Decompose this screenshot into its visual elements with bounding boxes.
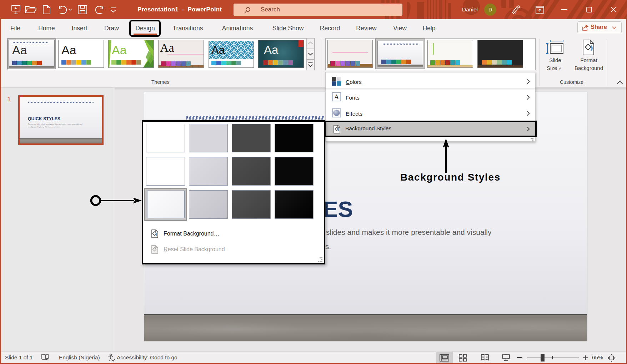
svg-text:A: A [334,93,339,101]
